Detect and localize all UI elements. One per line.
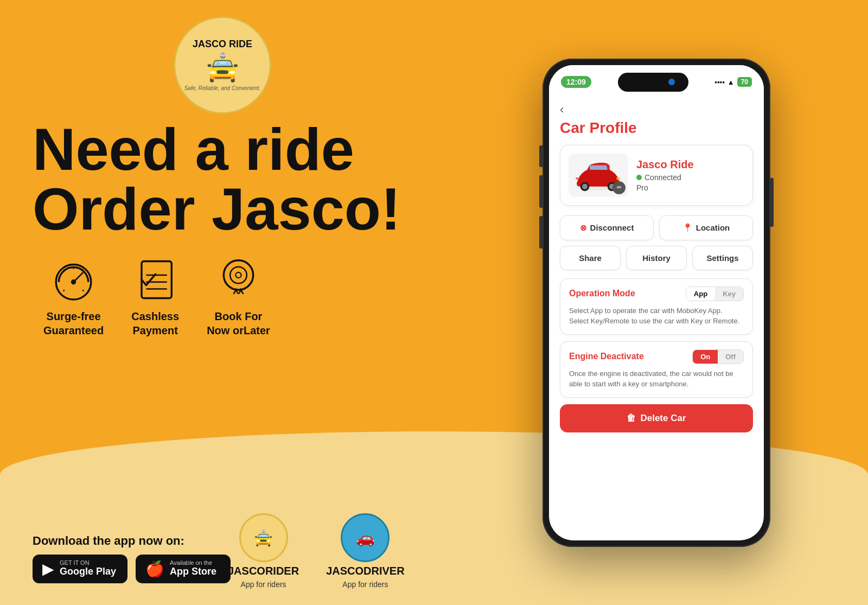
toggle-on-option[interactable]: On xyxy=(693,350,718,364)
svg-point-12 xyxy=(235,272,241,277)
jascodriver-icon: 🚗 xyxy=(356,529,375,547)
operation-mode-desc: Select App to operate the car with MoboK… xyxy=(569,305,744,327)
right-section: 12:09 ▪▪▪▪ ▲ 70 ‹ Car Profile xyxy=(445,0,868,605)
jascodriver-sub: App for riders xyxy=(342,580,388,589)
car-connected-label: Connected xyxy=(644,173,681,182)
download-label: Download the app now on: xyxy=(33,534,231,548)
signal-icon: ▪▪▪▪ xyxy=(714,78,724,86)
google-play-button[interactable]: ▶ GET IT ON Google Play xyxy=(33,555,127,583)
google-play-name: Google Play xyxy=(60,566,116,578)
apple-icon: 🍎 xyxy=(145,560,164,578)
jascorider-icon: 🚖 xyxy=(254,529,273,547)
app-logos-section: 🚖 JASCORIDER App for riders 🚗 JASCODRIVE… xyxy=(228,513,405,589)
action-row-2: Share History Settings xyxy=(560,246,753,270)
feature-surge-free: Surge-freeGuaranteed xyxy=(43,255,104,337)
status-dot-green xyxy=(636,175,642,180)
checklist-icon xyxy=(131,255,180,304)
logo-tagline: Safe, Reliable, and Convenient. xyxy=(184,85,261,91)
app-store-name: App Store xyxy=(170,566,216,578)
feature-book: Book ForNow orLater xyxy=(207,255,270,337)
history-label: History xyxy=(642,253,671,263)
engine-toggle: On Off xyxy=(692,349,744,364)
phone-screen: 12:09 ▪▪▪▪ ▲ 70 ‹ Car Profile xyxy=(549,65,764,540)
operation-mode-toggle: App Key xyxy=(686,286,744,301)
download-section: Download the app now on: ▶ GET IT ON Goo… xyxy=(33,534,231,583)
engine-deactivate-header: Engine Deactivate On Off xyxy=(569,349,744,364)
status-icons: ▪▪▪▪ ▲ 70 xyxy=(714,77,752,87)
delete-car-button[interactable]: 🗑 Delete Car xyxy=(560,404,753,432)
left-section: JASCO RIDE 🚖 Safe, Reliable, and Conveni… xyxy=(0,0,445,605)
engine-deactivate-card: Engine Deactivate On Off Once the engine… xyxy=(560,341,753,398)
svg-point-11 xyxy=(230,266,247,283)
settings-label: Settings xyxy=(706,253,738,263)
logo-container: JASCO RIDE 🚖 Safe, Reliable, and Conveni… xyxy=(33,16,412,114)
share-label: Share xyxy=(579,253,602,263)
pointer-icon xyxy=(214,255,263,304)
svg-rect-20 xyxy=(616,177,620,180)
back-button[interactable]: ‹ xyxy=(560,103,564,117)
phone-side-btn2 xyxy=(539,175,542,208)
svg-point-17 xyxy=(582,183,588,189)
app-store-text: Available on the App Store xyxy=(170,560,216,578)
phone-side-btn-right xyxy=(770,178,774,227)
location-button[interactable]: 📍 Location xyxy=(659,215,753,240)
wifi-icon: ▲ xyxy=(727,78,735,86)
google-play-text: GET IT ON Google Play xyxy=(60,560,116,578)
jascorider-logo: 🚖 JASCORIDER App for riders xyxy=(228,513,299,589)
settings-button[interactable]: Settings xyxy=(692,246,753,270)
svg-line-13 xyxy=(234,290,236,294)
feature-cashless: CashlessPayment xyxy=(131,255,180,337)
car-card: ✏ Jasco Ride Connected Pro xyxy=(560,145,753,206)
toggle-app-option[interactable]: App xyxy=(686,287,715,301)
delete-car-label: Delete Car xyxy=(640,413,686,424)
phone-mockup: 12:09 ▪▪▪▪ ▲ 70 ‹ Car Profile xyxy=(542,59,770,547)
logo-title: JASCO RIDE xyxy=(193,39,252,50)
phone-side-btn1 xyxy=(539,145,542,167)
page-title: Car Profile xyxy=(560,119,753,137)
operation-mode-card: Operation Mode App Key Select App to ope… xyxy=(560,278,753,335)
store-buttons-row: ▶ GET IT ON Google Play 🍎 Available on t… xyxy=(33,555,231,583)
share-button[interactable]: Share xyxy=(560,246,621,270)
dynamic-island-dot xyxy=(668,79,675,85)
app-store-sub: Available on the xyxy=(170,560,216,566)
hero-line1: Need a ride xyxy=(33,119,412,179)
trash-icon: 🗑 xyxy=(627,413,636,424)
history-button[interactable]: History xyxy=(626,246,687,270)
car-tier: Pro xyxy=(636,183,744,192)
action-row-1: ⊗ Disconnect 📍 Location xyxy=(560,215,753,240)
operation-mode-title: Operation Mode xyxy=(569,289,635,298)
location-label: Location xyxy=(696,223,730,232)
svg-point-2 xyxy=(72,280,75,284)
jascorider-sub: App for riders xyxy=(241,580,286,589)
page-wrapper: JASCO RIDE 🚖 Safe, Reliable, and Conveni… xyxy=(0,0,868,605)
car-info: Jasco Ride Connected Pro xyxy=(636,158,744,192)
car-image: ✏ xyxy=(569,154,628,197)
google-play-sub: GET IT ON xyxy=(60,560,116,566)
status-bar: 12:09 ▪▪▪▪ ▲ 70 xyxy=(549,65,764,94)
logo-car-icon: 🚖 xyxy=(206,52,239,83)
jascodriver-logo: 🚗 JASCODRIVER App for riders xyxy=(326,513,404,589)
battery-indicator: 70 xyxy=(737,77,752,87)
svg-line-3 xyxy=(63,290,65,291)
toggle-off-option[interactable]: Off xyxy=(718,350,743,364)
hero-line2: Order Jasco! xyxy=(33,179,412,239)
feature-book-label: Book ForNow orLater xyxy=(207,309,270,337)
app-store-button[interactable]: 🍎 Available on the App Store xyxy=(136,555,231,583)
dynamic-island xyxy=(618,73,688,92)
hero-text: Need a ride Order Jasco! xyxy=(33,119,412,239)
jascodriver-name: JASCODRIVER xyxy=(326,565,404,577)
operation-mode-header: Operation Mode App Key xyxy=(569,286,744,301)
feature-surge-label: Surge-freeGuaranteed xyxy=(43,309,104,337)
disconnect-label: Disconnect xyxy=(590,223,634,232)
svg-rect-6 xyxy=(142,261,171,298)
jascorider-circle: 🚖 xyxy=(239,513,288,562)
svg-point-10 xyxy=(224,260,253,289)
car-edit-button[interactable]: ✏ xyxy=(612,181,626,194)
feature-cashless-label: CashlessPayment xyxy=(131,309,179,337)
status-time: 12:09 xyxy=(561,76,591,88)
disconnect-button[interactable]: ⊗ Disconnect xyxy=(560,215,654,240)
toggle-key-option[interactable]: Key xyxy=(715,287,743,301)
bluetooth-off-icon: ⊗ xyxy=(580,223,587,233)
car-status-row: Connected xyxy=(636,173,744,182)
phone-side-btn3 xyxy=(539,216,542,249)
